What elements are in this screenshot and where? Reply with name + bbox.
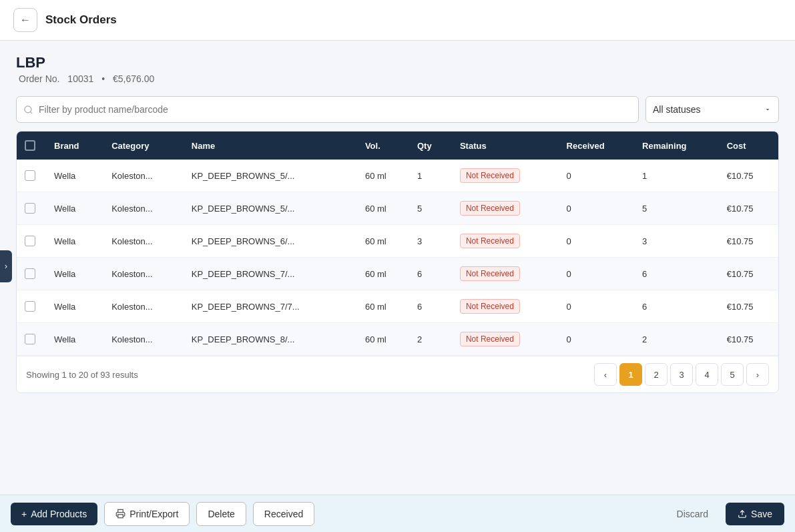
top-bar: ← Stock Orders xyxy=(0,0,795,41)
row-qty: 2 xyxy=(409,323,452,356)
row-checkbox[interactable] xyxy=(25,203,35,214)
row-status: Not Received xyxy=(452,225,559,258)
product-table: Brand Category Name Vol. Qty Status Rece… xyxy=(17,131,778,356)
row-brand: Wella xyxy=(46,225,103,258)
page-button-2[interactable]: 2 xyxy=(645,363,668,386)
row-qty: 5 xyxy=(409,192,452,225)
row-received: 0 xyxy=(559,323,635,356)
row-brand: Wella xyxy=(46,323,103,356)
row-remaining: 3 xyxy=(634,225,719,258)
search-input[interactable] xyxy=(39,104,631,115)
row-remaining: 5 xyxy=(634,192,719,225)
row-checkbox-cell xyxy=(17,258,46,290)
row-received: 0 xyxy=(559,160,635,192)
row-checkbox[interactable] xyxy=(25,236,35,246)
next-page-button[interactable]: › xyxy=(746,363,769,386)
row-remaining: 2 xyxy=(634,323,719,356)
row-cost: €10.75 xyxy=(719,160,778,192)
table-body: Wella Koleston... KP_DEEP_BROWNS_5/... 6… xyxy=(17,160,778,356)
row-category: Koleston... xyxy=(103,192,184,225)
page-title: Stock Orders xyxy=(45,13,117,27)
row-name: KP_DEEP_BROWNS_5/... xyxy=(184,192,357,225)
select-all-checkbox[interactable] xyxy=(25,140,35,151)
status-badge: Not Received xyxy=(460,234,520,248)
row-status: Not Received xyxy=(452,192,559,225)
th-received: Received xyxy=(559,131,635,160)
row-received: 0 xyxy=(559,225,635,258)
status-badge: Not Received xyxy=(460,266,520,281)
search-icon xyxy=(23,105,33,115)
row-qty: 1 xyxy=(409,160,452,192)
row-vol: 60 ml xyxy=(357,160,409,192)
row-checkbox-cell xyxy=(17,323,46,356)
prev-page-button[interactable]: ‹ xyxy=(594,363,617,386)
order-no-label: Order No. xyxy=(19,73,59,84)
table-row: Wella Koleston... KP_DEEP_BROWNS_8/... 6… xyxy=(17,323,778,356)
status-filter[interactable]: All statuses Not Received Partially Rece… xyxy=(645,96,779,123)
row-checkbox[interactable] xyxy=(25,268,35,279)
table-row: Wella Koleston... KP_DEEP_BROWNS_5/... 6… xyxy=(17,160,778,192)
row-cost: €10.75 xyxy=(719,225,778,258)
page-button-5[interactable]: 5 xyxy=(721,363,744,386)
th-brand: Brand xyxy=(46,131,103,160)
row-vol: 60 ml xyxy=(357,258,409,290)
th-checkbox xyxy=(17,131,46,160)
separator: • xyxy=(101,73,105,84)
row-category: Koleston... xyxy=(103,225,184,258)
row-name: KP_DEEP_BROWNS_7/... xyxy=(184,258,357,290)
back-icon: ← xyxy=(20,14,31,26)
th-vol: Vol. xyxy=(357,131,409,160)
th-status: Status xyxy=(452,131,559,160)
row-checkbox[interactable] xyxy=(25,301,35,312)
table-header-row: Brand Category Name Vol. Qty Status Rece… xyxy=(17,131,778,160)
row-checkbox-cell xyxy=(17,290,46,323)
row-status: Not Received xyxy=(452,323,559,356)
table-row: Wella Koleston... KP_DEEP_BROWNS_5/... 6… xyxy=(17,192,778,225)
row-checkbox[interactable] xyxy=(25,334,35,344)
row-received: 0 xyxy=(559,290,635,323)
row-cost: €10.75 xyxy=(719,323,778,356)
row-remaining: 6 xyxy=(634,258,719,290)
row-qty: 6 xyxy=(409,258,452,290)
row-category: Koleston... xyxy=(103,258,184,290)
status-badge: Not Received xyxy=(460,299,520,314)
row-name: KP_DEEP_BROWNS_8/... xyxy=(184,323,357,356)
svg-point-0 xyxy=(25,105,31,112)
row-brand: Wella xyxy=(46,258,103,290)
row-qty: 6 xyxy=(409,290,452,323)
status-badge: Not Received xyxy=(460,168,520,183)
row-cost: €10.75 xyxy=(719,258,778,290)
row-status: Not Received xyxy=(452,290,559,323)
row-status: Not Received xyxy=(452,258,559,290)
page-button-4[interactable]: 4 xyxy=(696,363,718,386)
row-cost: €10.75 xyxy=(719,192,778,225)
search-wrap xyxy=(16,96,639,123)
th-name: Name xyxy=(184,131,357,160)
row-checkbox-cell xyxy=(17,225,46,258)
row-vol: 60 ml xyxy=(357,192,409,225)
page-button-3[interactable]: 3 xyxy=(670,363,693,386)
back-button[interactable]: ← xyxy=(13,8,37,32)
order-no: 10031 xyxy=(67,73,93,84)
row-remaining: 1 xyxy=(634,160,719,192)
order-meta: Order No. 10031 • €5,676.00 xyxy=(16,73,779,84)
pagination-row: Showing 1 to 20 of 93 results ‹ 1 2 3 4 … xyxy=(17,356,778,392)
content-area: LBP Order No. 10031 • €5,676.00 All stat… xyxy=(0,41,795,407)
table-row: Wella Koleston... KP_DEEP_BROWNS_7/7... … xyxy=(17,290,778,323)
chevron-right-icon: › xyxy=(5,262,7,271)
row-checkbox[interactable] xyxy=(25,170,35,181)
row-vol: 60 ml xyxy=(357,290,409,323)
pagination: ‹ 1 2 3 4 5 › xyxy=(594,363,769,386)
row-status: Not Received xyxy=(452,160,559,192)
order-header: LBP Order No. 10031 • €5,676.00 xyxy=(16,54,779,84)
order-total: €5,676.00 xyxy=(113,73,154,84)
row-cost: €10.75 xyxy=(719,290,778,323)
page-button-1[interactable]: 1 xyxy=(619,363,642,386)
sidebar-toggle[interactable]: › xyxy=(0,250,12,282)
table-row: Wella Koleston... KP_DEEP_BROWNS_7/... 6… xyxy=(17,258,778,290)
row-received: 0 xyxy=(559,192,635,225)
product-table-container: Brand Category Name Vol. Qty Status Rece… xyxy=(16,131,779,393)
row-category: Koleston... xyxy=(103,323,184,356)
svg-line-1 xyxy=(30,111,32,113)
row-category: Koleston... xyxy=(103,160,184,192)
